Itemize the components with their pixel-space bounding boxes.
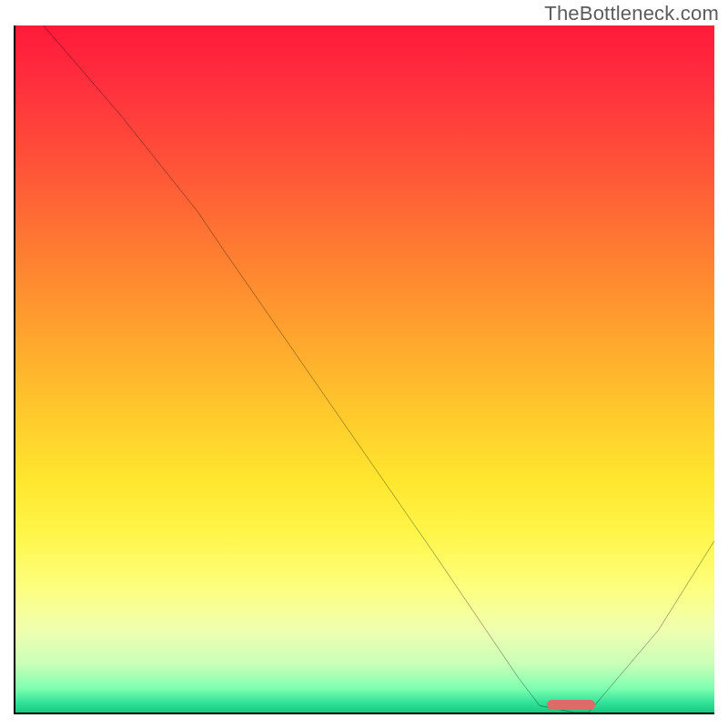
optimal-marker: [547, 700, 596, 710]
curve-path: [44, 25, 714, 713]
plot-area: [14, 25, 714, 714]
watermark-text: TheBottleneck.com: [544, 2, 719, 25]
bottleneck-curve-line: [15, 25, 714, 713]
